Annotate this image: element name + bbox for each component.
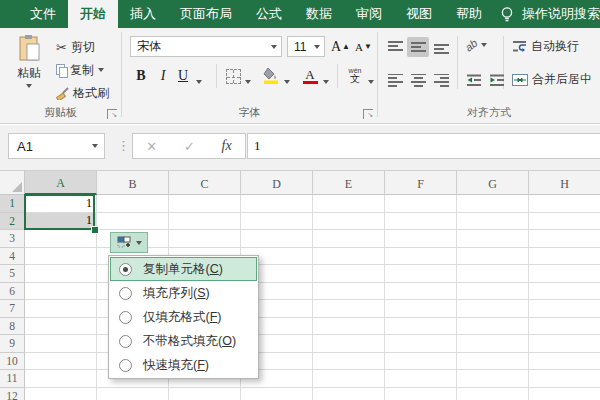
orientation-button[interactable]: ab: [465, 39, 487, 51]
tab-file[interactable]: 文件: [18, 0, 68, 28]
cell-C2[interactable]: [169, 213, 241, 231]
cell-H10[interactable]: [529, 353, 600, 371]
tab-home[interactable]: 开始: [68, 0, 118, 28]
copy-button[interactable]: 复制: [56, 61, 104, 79]
cell-E11[interactable]: [313, 370, 385, 388]
cell-E9[interactable]: [313, 335, 385, 353]
tab-help[interactable]: 帮助: [444, 0, 494, 28]
font-color-dropdown-icon[interactable]: [321, 64, 331, 86]
cell-A8[interactable]: [25, 318, 97, 336]
align-bottom-button[interactable]: [430, 37, 452, 57]
column-header-E[interactable]: E: [313, 171, 385, 195]
cell-G1[interactable]: [457, 195, 529, 213]
column-header-A[interactable]: A: [25, 171, 97, 195]
cell-G11[interactable]: [457, 370, 529, 388]
copy-dropdown-icon[interactable]: [98, 68, 104, 72]
column-header-H[interactable]: H: [529, 171, 600, 195]
row-header-11[interactable]: 11: [0, 370, 25, 388]
cell-A12[interactable]: [25, 388, 97, 400]
cell-B12[interactable]: [97, 388, 169, 400]
cell-F12[interactable]: [385, 388, 457, 400]
cell-E4[interactable]: [313, 248, 385, 266]
cell-H8[interactable]: [529, 318, 600, 336]
autofill-option-fill-without-formatting[interactable]: 不带格式填充(O): [110, 329, 257, 353]
paste-button[interactable]: 粘贴: [8, 34, 50, 100]
align-middle-button[interactable]: [407, 37, 429, 57]
cell-A9[interactable]: [25, 335, 97, 353]
wrap-text-button[interactable]: 自动换行: [512, 38, 579, 55]
cell-F11[interactable]: [385, 370, 457, 388]
cell-F1[interactable]: [385, 195, 457, 213]
cell-A10[interactable]: [25, 353, 97, 371]
cell-F5[interactable]: [385, 265, 457, 283]
enter-icon[interactable]: ✓: [184, 139, 195, 154]
cell-H9[interactable]: [529, 335, 600, 353]
cell-H5[interactable]: [529, 265, 600, 283]
cell-D2[interactable]: [241, 213, 313, 231]
cell-F6[interactable]: [385, 283, 457, 301]
name-box-dropdown-icon[interactable]: [92, 144, 98, 148]
cell-E12[interactable]: [313, 388, 385, 400]
formula-bar-resize-handle[interactable]: ⋮: [117, 138, 130, 153]
clipboard-dialog-launcher-icon[interactable]: ↘: [107, 109, 117, 119]
tab-data[interactable]: 数据: [294, 0, 344, 28]
cell-E1[interactable]: [313, 195, 385, 213]
underline-dropdown-icon[interactable]: [194, 64, 204, 86]
row-header-2[interactable]: 2: [0, 213, 25, 231]
row-header-6[interactable]: 6: [0, 283, 25, 301]
cell-E6[interactable]: [313, 283, 385, 301]
cell-G2[interactable]: [457, 213, 529, 231]
align-center-button[interactable]: [407, 70, 429, 90]
cell-H2[interactable]: [529, 213, 600, 231]
increase-indent-button[interactable]: [486, 70, 508, 90]
autofill-option-copy-cells[interactable]: 复制单元格(C): [110, 257, 257, 281]
cell-G8[interactable]: [457, 318, 529, 336]
row-header-1[interactable]: 1: [0, 195, 25, 213]
select-all-button[interactable]: [0, 171, 25, 195]
cell-D1[interactable]: [241, 195, 313, 213]
cell-A7[interactable]: [25, 300, 97, 318]
tab-page-layout[interactable]: 页面布局: [168, 0, 244, 28]
tab-formulas[interactable]: 公式: [244, 0, 294, 28]
fill-handle[interactable]: [91, 226, 99, 234]
font-name-select[interactable]: 宋体: [130, 36, 282, 57]
cell-E10[interactable]: [313, 353, 385, 371]
font-size-select[interactable]: 11: [287, 36, 325, 57]
cell-A4[interactable]: [25, 248, 97, 266]
cell-A3[interactable]: [25, 230, 97, 248]
cell-G10[interactable]: [457, 353, 529, 371]
column-header-F[interactable]: F: [385, 171, 457, 195]
cell-C1[interactable]: [169, 195, 241, 213]
row-header-10[interactable]: 10: [0, 353, 25, 371]
cell-E7[interactable]: [313, 300, 385, 318]
cell-A6[interactable]: [25, 283, 97, 301]
column-header-C[interactable]: C: [169, 171, 241, 195]
underline-button[interactable]: U: [174, 64, 192, 86]
cell-F8[interactable]: [385, 318, 457, 336]
phonetic-dropdown-icon[interactable]: [366, 64, 376, 86]
align-right-button[interactable]: [430, 70, 452, 90]
align-left-button[interactable]: [384, 70, 406, 90]
cell-H4[interactable]: [529, 248, 600, 266]
cell-F10[interactable]: [385, 353, 457, 371]
row-header-8[interactable]: 8: [0, 318, 25, 336]
cell-G3[interactable]: [457, 230, 529, 248]
cell-C12[interactable]: [169, 388, 241, 400]
cell-G6[interactable]: [457, 283, 529, 301]
cell-H11[interactable]: [529, 370, 600, 388]
fill-color-dropdown-icon[interactable]: [282, 64, 292, 86]
tab-insert[interactable]: 插入: [118, 0, 168, 28]
merge-center-button[interactable]: 合并后居中: [512, 71, 592, 88]
cell-G5[interactable]: [457, 265, 529, 283]
row-header-5[interactable]: 5: [0, 265, 25, 283]
cell-F3[interactable]: [385, 230, 457, 248]
cell-E8[interactable]: [313, 318, 385, 336]
format-painter-button[interactable]: 格式刷: [56, 84, 109, 102]
tab-view[interactable]: 视图: [394, 0, 444, 28]
tab-review[interactable]: 审阅: [344, 0, 394, 28]
cell-G7[interactable]: [457, 300, 529, 318]
name-box[interactable]: A1: [8, 133, 105, 159]
cell-G9[interactable]: [457, 335, 529, 353]
cell-F9[interactable]: [385, 335, 457, 353]
column-header-G[interactable]: G: [457, 171, 529, 195]
